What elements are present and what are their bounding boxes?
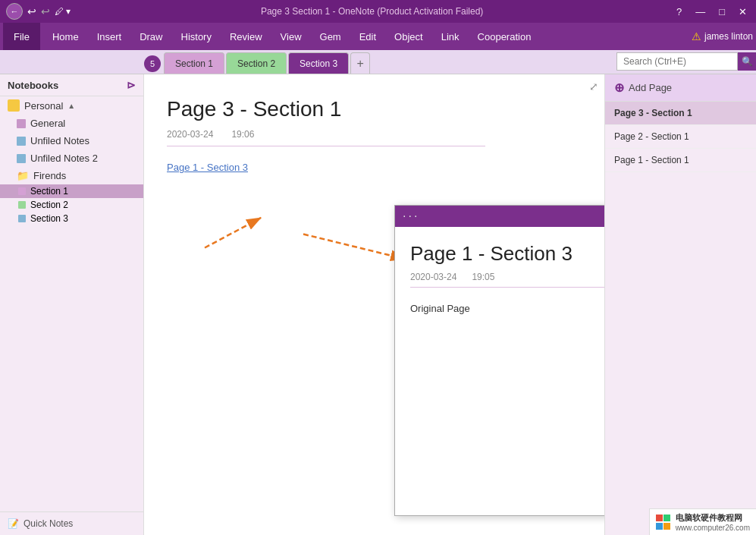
unfiled-color-bar	[17, 137, 26, 146]
section1-color	[18, 187, 26, 195]
section2-label: Section 2	[30, 200, 68, 210]
page-list-item-3[interactable]: Page 1 - Section 1	[605, 149, 756, 172]
notebooks-label: Notebooks	[8, 80, 58, 91]
section2-color	[18, 201, 26, 209]
window-title: Page 3 Section 1 - OneNote (Product Acti…	[71, 6, 673, 17]
sidebar-item-firends[interactable]: 📁 Firends	[0, 167, 143, 184]
unfiled2-label: Unfiled Notes 2	[30, 153, 98, 164]
popup-date: 2020-03-24	[410, 272, 456, 282]
menu-view[interactable]: View	[271, 28, 311, 46]
redo-icon[interactable]: ↩	[41, 5, 50, 17]
search-input[interactable]	[616, 52, 738, 71]
windows-logo-icon	[656, 515, 671, 530]
close-button[interactable]: ✕	[736, 6, 750, 17]
general-label: General	[30, 118, 65, 129]
menu-link[interactable]: Link	[432, 28, 469, 46]
sidebar: Notebooks ⊳ Personal ▲ General Unfiled N…	[0, 74, 144, 535]
main-area: Notebooks ⊳ Personal ▲ General Unfiled N…	[0, 74, 756, 535]
undo-icon[interactable]: ↩	[27, 5, 36, 17]
minimize-button[interactable]: —	[692, 6, 708, 17]
sidebar-section1[interactable]: Section 1	[0, 184, 143, 198]
pages-panel: ⊕ Add Page Page 3 - Section 1 Page 2 - S…	[604, 74, 756, 535]
popup-window: ··· ✕ ⤢ Page 1 - Section 3 2020-03-24 19…	[394, 205, 604, 516]
page-list-item-2[interactable]: Page 2 - Section 1	[605, 125, 756, 149]
page-list-item-1[interactable]: Page 3 - Section 1	[605, 102, 756, 125]
titlebar-controls-left: ← ↩ ↩ 🖊 ▾	[6, 3, 71, 20]
popup-body-text: Original Page	[410, 303, 470, 314]
user-info: ⚠ james linton	[692, 30, 753, 42]
add-page-icon: ⊕	[614, 80, 624, 95]
unfiled2-color-bar	[17, 154, 26, 163]
folder-icon: 📁	[17, 170, 29, 181]
popup-dots: ···	[403, 209, 419, 223]
popup-date-row: 2020-03-24 19:05	[410, 272, 604, 288]
page-link[interactable]: Page 1 - Section 3	[167, 162, 582, 173]
popup-body: Original Page	[395, 288, 604, 515]
menu-file[interactable]: File	[3, 23, 40, 50]
menu-cooperation[interactable]: Cooperation	[469, 28, 541, 46]
tabsbar: 5 Section 1 Section 2 Section 3 + 🔍	[0, 50, 756, 74]
popup-titlebar: ··· ✕	[395, 206, 604, 227]
quick-notes-button[interactable]: 📝 Quick Notes	[0, 511, 143, 535]
watermark-line1: 电脑软硬件教程网	[676, 512, 750, 524]
page-date-row: 2020-03-24 19:06	[167, 129, 485, 146]
firends-label: Firends	[33, 170, 66, 181]
svg-line-3	[303, 234, 406, 260]
watermark-line2: www.computer26.com	[676, 524, 750, 532]
tab-section1[interactable]: Section 1	[164, 52, 224, 74]
add-page-label: Add Page	[629, 82, 672, 93]
pin-icon[interactable]: ⊳	[127, 79, 136, 91]
menu-history[interactable]: History	[172, 28, 221, 46]
menu-object[interactable]: Object	[385, 28, 432, 46]
section3-label: Section 3	[30, 213, 68, 224]
page-time: 19:06	[231, 129, 254, 140]
tab-section2[interactable]: Section 2	[226, 52, 287, 74]
notebook-personal[interactable]: Personal ▲	[0, 96, 143, 115]
search-button[interactable]: 🔍	[738, 52, 756, 71]
search-bar: 🔍	[616, 51, 756, 72]
personal-notebook-icon	[8, 99, 20, 112]
page-date: 2020-03-24	[167, 129, 213, 140]
tab-section3[interactable]: Section 3	[288, 52, 349, 74]
warning-icon: ⚠	[692, 30, 701, 42]
menu-draw[interactable]: Draw	[130, 28, 171, 46]
quick-access-icon[interactable]: 🖊 ▾	[55, 6, 71, 17]
maximize-button[interactable]: □	[716, 6, 728, 17]
tab-add-button[interactable]: +	[350, 52, 370, 74]
page-title-main: Page 3 - Section 1	[167, 97, 604, 121]
content-expand-icon[interactable]: ⤢	[589, 80, 598, 93]
chevron-up-icon: ▲	[67, 102, 75, 110]
general-color-bar	[17, 119, 26, 128]
sidebar-item-general[interactable]: General	[0, 115, 143, 132]
menu-insert[interactable]: Insert	[88, 28, 131, 46]
menu-gem[interactable]: Gem	[311, 28, 350, 46]
user-name: james linton	[704, 31, 753, 42]
notebook-badge: 5	[144, 55, 161, 72]
quick-notes-label: Quick Notes	[24, 518, 73, 529]
notebooks-header: Notebooks ⊳	[0, 74, 143, 96]
sidebar-section2[interactable]: Section 2	[0, 198, 143, 212]
section3-color	[18, 215, 26, 222]
add-page-button[interactable]: ⊕ Add Page	[605, 74, 756, 102]
popup-time: 19:05	[472, 272, 494, 282]
sidebar-item-unfiled2[interactable]: Unfiled Notes 2	[0, 149, 143, 167]
menu-home[interactable]: Home	[43, 28, 88, 46]
section1-label: Section 1	[30, 186, 68, 197]
content-area: ⤢ Page 3 - Section 1 2020-03-24 19:06 Pa…	[144, 74, 604, 535]
unfiled-label: Unfiled Notes	[30, 135, 89, 146]
watermark: 电脑软硬件教程网 www.computer26.com	[649, 508, 756, 535]
titlebar: ← ↩ ↩ 🖊 ▾ Page 3 Section 1 - OneNote (Pr…	[0, 0, 756, 23]
popup-page-title: Page 1 - Section 3	[410, 242, 604, 266]
quick-notes-icon: 📝	[8, 518, 19, 529]
menu-edit[interactable]: Edit	[350, 28, 385, 46]
help-button[interactable]: ?	[673, 6, 685, 17]
menu-review[interactable]: Review	[221, 28, 271, 46]
sidebar-section3[interactable]: Section 3	[0, 212, 143, 225]
svg-line-2	[205, 218, 262, 248]
titlebar-controls-right: ? — □ ✕	[673, 6, 750, 17]
sidebar-item-unfiled[interactable]: Unfiled Notes	[0, 132, 143, 149]
personal-label: Personal	[24, 100, 63, 112]
menubar: File Home Insert Draw History Review Vie…	[0, 23, 756, 50]
back-button[interactable]: ←	[6, 3, 23, 20]
